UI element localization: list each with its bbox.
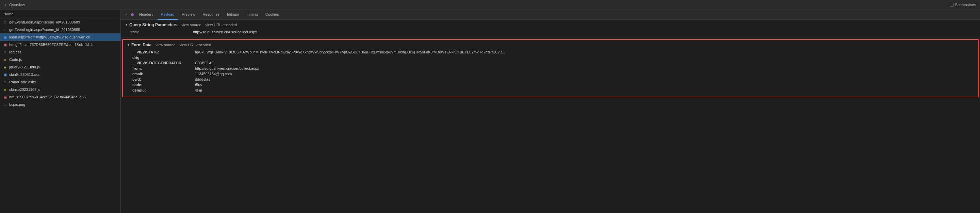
form-field-row: from:http://so.gushiwen.cn/user/collect.… [132, 66, 974, 71]
file-icon: ▣ [3, 72, 8, 77]
file-item[interactable]: □getEventLogin.aspx?scene_id=201030689 [0, 18, 121, 26]
query-string-title-text: Query String Parameters [129, 22, 177, 27]
form-field-key: __VIEWSTATE: [132, 50, 194, 54]
tab-payload[interactable]: Payload [158, 10, 178, 20]
form-field-row: denglu:登录 [132, 87, 974, 94]
view-source-link[interactable]: view source [181, 23, 201, 27]
file-name: bcpic.png [9, 102, 25, 106]
form-field-value: 登录 [195, 88, 202, 93]
triangle-icon: ▼ [125, 23, 128, 27]
file-name: getEventLogin.aspx?scene_id=201030689 [9, 27, 80, 32]
file-name: login.aspx?from=http%3a%2f%2fso.gushiwen… [9, 35, 93, 39]
form-view-url-encoded-link[interactable]: view URL-encoded [179, 43, 211, 47]
query-string-section: ▼ Query String Parameters view source vi… [121, 20, 980, 38]
file-list-header: Name [0, 10, 121, 18]
form-field-value: http://so.gushiwen.cn/user/collect.aspx [195, 66, 259, 70]
file-name: reg.css [9, 50, 21, 54]
file-name: hm.gif?hca=767D86B650FC8EEE&cc=1&ck=1&cl… [9, 43, 95, 47]
tab-close-button[interactable]: × [124, 12, 129, 17]
file-icon: ◈ [3, 57, 8, 62]
query-from-key: from: [130, 30, 192, 34]
tab-cookies[interactable]: Cookies [262, 10, 282, 20]
file-item[interactable]: ▣hm.gif?hca=767D86B650FC8EEE&cc=1&ck=1&c… [0, 41, 121, 48]
query-from-value: http://so.gushiwen.cn/user/collect.aspx [193, 30, 257, 34]
form-field-row: drig= [132, 55, 974, 60]
form-field-row: __VIEWSTATE:hpGkuIWqzK6hlRIVT0LfCG+DZWb8… [132, 49, 974, 55]
file-item[interactable]: □getEventLogin.aspx?scene_id=201030689 [0, 26, 121, 33]
file-item[interactable]: ▣skinSo230513.css [0, 71, 121, 78]
query-from-row: from: http://so.gushiwen.cn/user/collect… [130, 29, 976, 35]
form-field-row: code:t5us [132, 82, 974, 87]
file-item[interactable]: ▣login.aspx?from=http%3a%2f%2fso.gushiwe… [0, 33, 121, 41]
tab-initiator[interactable]: Initiator [224, 10, 243, 20]
form-field-key: email: [132, 72, 194, 76]
file-icon: ▣ [3, 35, 8, 40]
file-icon: □ [3, 20, 8, 24]
file-name: hm.js?9007fab6814e892d3020a64454da5a55 [9, 95, 86, 99]
form-field-key: code: [132, 83, 194, 87]
tab-timing[interactable]: Timing [243, 10, 261, 20]
screenshots-section: Screenshots [950, 3, 976, 7]
form-field-row: email:1134593154@qq.com [132, 71, 974, 76]
form-field-key: from: [132, 66, 194, 70]
form-data-fields: __VIEWSTATE:hpGkuIWqzK6hlRIVT0LfCG+DZWb8… [127, 49, 974, 94]
form-field-row: __VIEWSTATEGENERATOR:C93BE1AE [132, 60, 974, 66]
file-item[interactable]: ≡RandCode.ashx [0, 78, 121, 86]
query-string-data: from: http://so.gushiwen.cn/user/collect… [125, 29, 976, 35]
form-view-source-link[interactable]: view source [156, 43, 175, 47]
tab-preview[interactable]: Preview [178, 10, 198, 20]
file-name: jquery-3.2.1.min.js [9, 65, 40, 69]
file-name: skinso20231103.js [9, 87, 40, 92]
tab-bar: × HeadersPayloadPreviewResponseInitiator… [121, 10, 980, 20]
tab-headers[interactable]: Headers [136, 10, 157, 20]
form-field-value: C93BE1AE [195, 61, 214, 65]
main-layout: Name □getEventLogin.aspx?scene_id=201030… [0, 10, 980, 213]
left-panel: Name □getEventLogin.aspx?scene_id=201030… [0, 10, 121, 213]
content-area: ▼ Query String Parameters view source vi… [121, 20, 980, 213]
file-icon: ▣ [3, 95, 8, 99]
query-string-title: ▼ Query String Parameters [125, 22, 177, 27]
tab-dot-indicator [131, 13, 134, 16]
file-list: □getEventLogin.aspx?scene_id=201030689□g… [0, 18, 121, 213]
form-field-value: ddddsfas [195, 77, 210, 81]
file-item[interactable]: ◈jquery-3.2.1.min.js [0, 63, 121, 71]
form-data-header: ▼ Form Data view source view URL-encoded [127, 43, 974, 47]
tab-response[interactable]: Response [199, 10, 223, 20]
overview-title: ◁ Overview [4, 2, 25, 7]
overview-label: Overview [9, 3, 25, 7]
overview-icon: ◁ [4, 2, 7, 7]
file-item[interactable]: ◈Code.js [0, 56, 121, 63]
form-data-section: ▼ Form Data view source view URL-encoded… [122, 39, 978, 97]
file-icon: ◈ [3, 87, 8, 92]
file-name: Code.js [9, 57, 22, 62]
file-item[interactable]: ▣hm.js?9007fab6814e892d3020a64454da5a55 [0, 93, 121, 101]
file-icon: ≡ [3, 50, 8, 54]
screenshots-label: Screenshots [955, 3, 976, 7]
file-item[interactable]: ≡reg.css [0, 48, 121, 56]
top-bar: ◁ Overview Screenshots [0, 0, 980, 10]
form-field-key: pwd: [132, 77, 194, 81]
form-data-title: ▼ Form Data [127, 43, 151, 47]
file-name: getEventLogin.aspx?scene_id=201030689 [9, 20, 80, 24]
file-item[interactable]: □bcpic.png [0, 101, 121, 108]
file-item[interactable]: ◈skinso20231103.js [0, 86, 121, 93]
name-column-header: Name [3, 12, 13, 16]
query-string-header: ▼ Query String Parameters view source vi… [125, 22, 976, 27]
file-icon: ≡ [3, 79, 8, 84]
form-triangle-icon: ▼ [127, 43, 130, 47]
form-field-value: hpGkuIWqzK6hlRIVT0LfCG+DZWb8hMI1wdHXVcLI… [195, 50, 505, 54]
form-field-key: __VIEWSTATEGENERATOR: [132, 61, 194, 65]
file-icon: □ [3, 27, 8, 32]
right-panel: × HeadersPayloadPreviewResponseInitiator… [121, 10, 980, 213]
file-name: RandCode.ashx [9, 80, 36, 84]
form-field-value: t5us [195, 83, 202, 87]
screenshots-checkbox[interactable] [950, 3, 953, 6]
file-icon: □ [3, 102, 8, 107]
form-field-row: pwd:ddddsfas [132, 76, 974, 82]
view-url-encoded-link[interactable]: view URL-encoded [205, 23, 237, 27]
file-icon: ◈ [3, 65, 8, 69]
form-field-value: 1134593154@qq.com [195, 72, 232, 76]
form-field-key: drig= [132, 56, 194, 60]
form-data-title-text: Form Data [131, 43, 151, 47]
file-name: skinSo230513.css [9, 73, 40, 76]
